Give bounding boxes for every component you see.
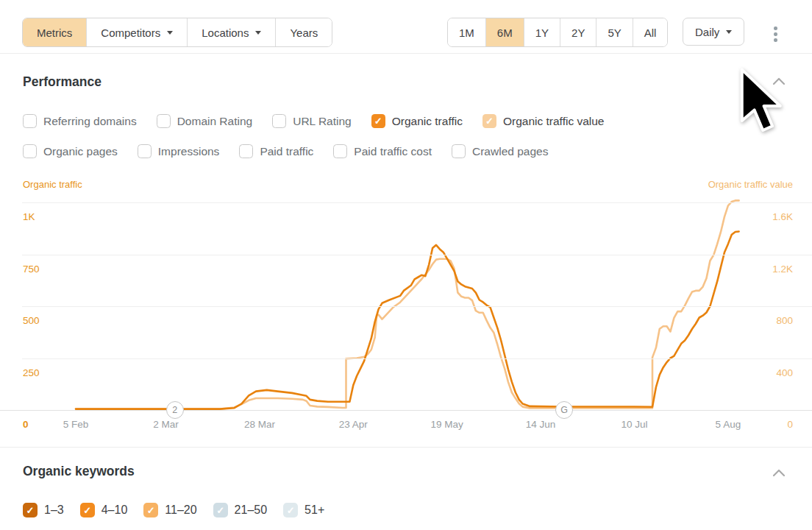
y-axis-left-tick: 750 xyxy=(23,264,40,275)
x-axis-line xyxy=(0,410,812,411)
checkbox-checked-icon: ✓ xyxy=(23,503,38,517)
event-marker-G[interactable]: G xyxy=(555,401,573,419)
series-organic-traffic xyxy=(76,232,739,409)
x-axis-tick: 14 Jun xyxy=(526,419,556,430)
y-axis-right-tick: 1.2K xyxy=(772,264,793,275)
organic-keywords-collapse-chevron-up-icon[interactable] xyxy=(772,469,786,477)
x-axis-tick: 23 Apr xyxy=(339,419,368,430)
y-axis-left-tick: 1K xyxy=(23,211,35,222)
y-axis-left-tick: 0 xyxy=(23,419,29,430)
performance-chart[interactable]: Organic traffic Organic traffic value 1K… xyxy=(0,0,812,530)
right-axis-title: Organic traffic value xyxy=(708,179,793,190)
y-axis-right-tick: 400 xyxy=(776,367,793,378)
position-checkbox-1-3[interactable]: ✓ 1–3 xyxy=(23,503,64,517)
position-checkbox-51-plus[interactable]: ✓ 51+ xyxy=(283,503,324,517)
y-axis-left-tick: 250 xyxy=(23,367,40,378)
position-checkbox-4-10[interactable]: ✓ 4–10 xyxy=(80,503,128,517)
gridline xyxy=(22,358,812,359)
x-axis-tick: 28 Mar xyxy=(244,419,275,430)
x-axis-tick: 5 Feb xyxy=(63,419,89,430)
x-axis-tick: 5 Aug xyxy=(716,419,741,430)
gridline xyxy=(22,306,812,307)
position-checkbox-21-50[interactable]: ✓ 21–50 xyxy=(213,503,268,517)
x-axis-tick: 19 May xyxy=(431,419,463,430)
x-axis-tick: 2 Mar xyxy=(153,419,179,430)
traffic-line-chart xyxy=(0,0,812,530)
x-axis-tick: 10 Jul xyxy=(621,419,647,430)
keyword-position-filter-row: ✓ 1–3 ✓ 4–10 ✓ 11–20 ✓ 21–50 ✓ 51+ xyxy=(23,503,324,517)
checkbox-checked-icon: ✓ xyxy=(143,503,158,517)
section-divider xyxy=(0,447,812,448)
left-axis-title: Organic traffic xyxy=(23,179,82,190)
gridline xyxy=(22,202,812,203)
y-axis-right-tick: 0 xyxy=(787,419,793,430)
series-organic-traffic-value xyxy=(76,200,739,409)
y-axis-left-tick: 500 xyxy=(23,315,40,326)
position-checkbox-11-20[interactable]: ✓ 11–20 xyxy=(143,503,196,517)
checkbox-checked-icon: ✓ xyxy=(283,503,298,517)
checkbox-checked-icon: ✓ xyxy=(80,503,95,517)
organic-keywords-section-title: Organic keywords xyxy=(23,464,135,479)
gridline xyxy=(22,255,812,255)
event-marker-2[interactable]: 2 xyxy=(166,401,184,419)
y-axis-right-tick: 800 xyxy=(776,315,793,326)
y-axis-right-tick: 1.6K xyxy=(772,211,793,222)
checkbox-checked-icon: ✓ xyxy=(213,503,228,517)
